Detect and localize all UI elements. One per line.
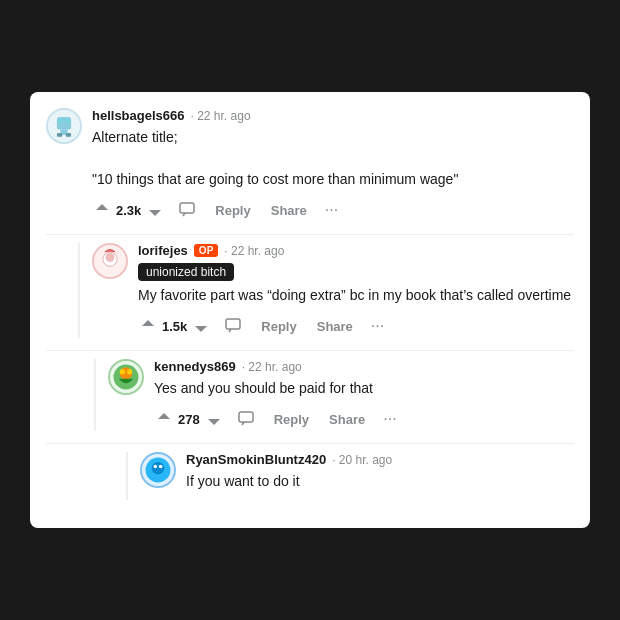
comment-1-text: Alternate title; "10 things that are goi… [92, 127, 574, 190]
vote-count-3: 278 [178, 412, 200, 427]
avatar-kennedys869 [108, 359, 144, 395]
svg-rect-8 [66, 133, 71, 137]
comment-3-header: kennedys869 · 22 hr. ago [154, 359, 574, 374]
comment-2-header: lorifejes OP · 22 hr. ago [138, 243, 574, 258]
upvote-button-1[interactable] [92, 200, 112, 220]
vote-group-1: 2.3k [92, 200, 165, 220]
svg-rect-4 [59, 119, 63, 123]
timestamp-2: · 22 hr. ago [224, 244, 284, 258]
upvote-button-3[interactable] [154, 409, 174, 429]
divider-2 [46, 350, 574, 351]
avatar-ryansmokin [140, 452, 176, 488]
svg-rect-19 [239, 412, 253, 422]
comment-icon-1[interactable] [173, 198, 201, 222]
svg-point-12 [106, 253, 115, 262]
unionized-badge: unionized bitch [138, 263, 234, 281]
comment-4-header: RyanSmokinBluntz420 · 20 hr. ago [186, 452, 574, 467]
comment-4-body: RyanSmokinBluntz420 · 20 hr. ago If you … [186, 452, 574, 500]
svg-rect-7 [57, 133, 62, 137]
divider-1 [46, 234, 574, 235]
svg-rect-1 [57, 117, 71, 129]
svg-point-24 [159, 465, 163, 469]
comments-card: hellsbagels666 · 22 hr. ago Alternate ti… [30, 92, 590, 528]
op-badge: OP [194, 244, 218, 257]
timestamp-4: · 20 hr. ago [332, 453, 392, 467]
upvote-button-2[interactable] [138, 316, 158, 336]
vote-count-2: 1.5k [162, 319, 187, 334]
svg-rect-13 [226, 319, 240, 329]
downvote-button-2[interactable] [191, 316, 211, 336]
avatar-lorifejes [92, 243, 128, 279]
vote-group-3: 278 [154, 409, 224, 429]
comment-3: kennedys869 · 22 hr. ago Yes and you sho… [94, 359, 574, 431]
comment-2-actions: 1.5k Reply Share ··· [138, 314, 574, 338]
comment-2: lorifejes OP · 22 hr. ago unionized bitc… [78, 243, 574, 338]
comment-1: hellsbagels666 · 22 hr. ago Alternate ti… [46, 108, 574, 222]
comment-3-actions: 278 Reply Share ··· [154, 407, 574, 431]
vote-count-1: 2.3k [116, 203, 141, 218]
svg-point-18 [127, 369, 132, 374]
reply-button-2[interactable]: Reply [255, 315, 302, 338]
comment-4-text: If you want to do it [186, 471, 574, 492]
svg-point-17 [120, 369, 125, 374]
more-button-2[interactable]: ··· [367, 315, 388, 337]
share-button-1[interactable]: Share [265, 199, 313, 222]
avatar-hellsbagels666 [46, 108, 82, 144]
comment-icon-2[interactable] [219, 314, 247, 338]
svg-rect-5 [66, 119, 70, 123]
username-ryan: RyanSmokinBluntz420 [186, 452, 326, 467]
comment-1-body: hellsbagels666 · 22 hr. ago Alternate ti… [92, 108, 574, 222]
reply-button-1[interactable]: Reply [209, 199, 256, 222]
more-button-3[interactable]: ··· [379, 408, 400, 430]
downvote-button-1[interactable] [145, 200, 165, 220]
share-button-3[interactable]: Share [323, 408, 371, 431]
username-kennedys869: kennedys869 [154, 359, 236, 374]
downvote-button-3[interactable] [204, 409, 224, 429]
svg-rect-9 [180, 203, 194, 213]
timestamp-3: · 22 hr. ago [242, 360, 302, 374]
comment-3-text: Yes and you should be paid for that [154, 378, 574, 399]
comment-1-actions: 2.3k Reply Share ··· [92, 198, 574, 222]
svg-point-22 [152, 462, 164, 474]
username-lorifejes: lorifejes [138, 243, 188, 258]
comment-1-header: hellsbagels666 · 22 hr. ago [92, 108, 574, 123]
comment-2-body: lorifejes OP · 22 hr. ago unionized bitc… [138, 243, 574, 338]
reply-button-3[interactable]: Reply [268, 408, 315, 431]
comment-4: RyanSmokinBluntz420 · 20 hr. ago If you … [126, 452, 574, 500]
timestamp-1: · 22 hr. ago [191, 109, 251, 123]
share-button-2[interactable]: Share [311, 315, 359, 338]
comment-icon-3[interactable] [232, 407, 260, 431]
svg-point-23 [154, 465, 158, 469]
vote-group-2: 1.5k [138, 316, 211, 336]
more-button-1[interactable]: ··· [321, 199, 342, 221]
username-hellsbagels666: hellsbagels666 [92, 108, 185, 123]
divider-3 [46, 443, 574, 444]
comment-3-body: kennedys869 · 22 hr. ago Yes and you sho… [154, 359, 574, 431]
comment-2-text: My favorite part was “doing extra” bc in… [138, 285, 574, 306]
